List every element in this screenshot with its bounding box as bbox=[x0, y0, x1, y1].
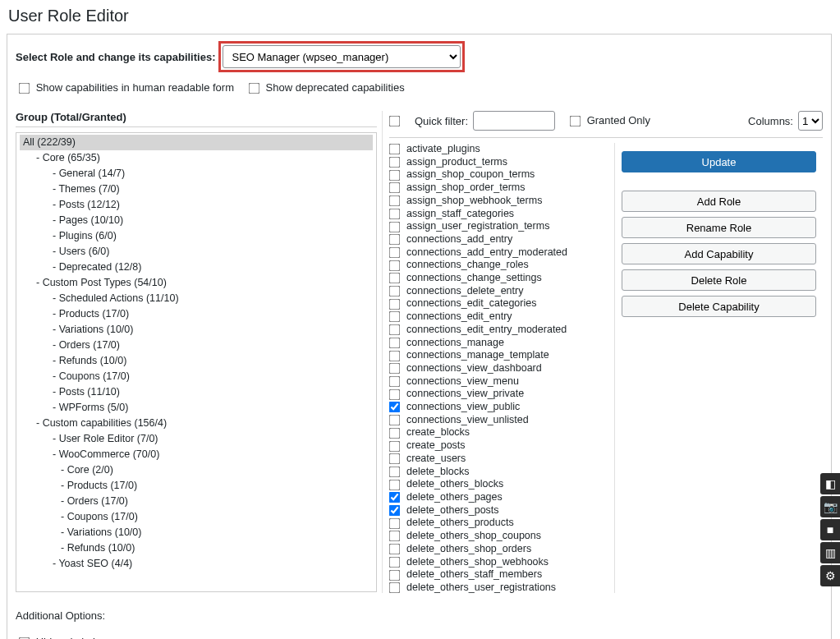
gallery-icon[interactable]: ▥ bbox=[820, 542, 840, 563]
capability-checkbox[interactable] bbox=[389, 479, 400, 490]
tree-item[interactable]: - Themes (7/0) bbox=[20, 182, 373, 197]
capability-label[interactable]: create_blocks bbox=[406, 426, 470, 439]
tree-item[interactable]: - Orders (17/0) bbox=[20, 494, 373, 509]
tree-item[interactable]: - Products (17/0) bbox=[20, 478, 373, 494]
capability-checkbox[interactable] bbox=[389, 557, 400, 568]
capability-label[interactable]: connections_view_private bbox=[406, 388, 524, 401]
capability-checkbox[interactable] bbox=[389, 169, 400, 181]
columns-select[interactable]: 1 bbox=[798, 111, 823, 131]
tree-item[interactable]: - Refunds (10/0) bbox=[20, 353, 373, 369]
tree-item[interactable]: - Variations (10/0) bbox=[20, 322, 373, 338]
capability-label[interactable]: assign_product_terms bbox=[406, 156, 507, 169]
tree-item[interactable]: - WPForms (5/0) bbox=[20, 400, 373, 416]
capability-checkbox[interactable] bbox=[389, 350, 400, 361]
group-tree[interactable]: All (222/39)- Core (65/35)- General (14/… bbox=[16, 132, 377, 592]
capability-checkbox[interactable] bbox=[389, 144, 400, 155]
capability-label[interactable]: delete_others_shop_coupons bbox=[406, 530, 541, 543]
select-all-checkbox[interactable] bbox=[389, 115, 401, 126]
deprecated-checkbox[interactable] bbox=[249, 83, 260, 94]
capability-checkbox[interactable] bbox=[389, 505, 400, 517]
tree-item[interactable]: - User Role Editor (7/0) bbox=[20, 431, 373, 447]
tree-item[interactable]: All (222/39) bbox=[20, 135, 373, 150]
capability-label[interactable]: delete_others_shop_webhooks bbox=[406, 556, 549, 569]
delete-capability-button[interactable]: Delete Capability bbox=[622, 296, 816, 317]
capability-label[interactable]: assign_user_registration_terms bbox=[406, 220, 549, 233]
granted-only-option[interactable]: Granted Only bbox=[567, 113, 650, 129]
add-capability-button[interactable]: Add Capability bbox=[622, 243, 816, 264]
tree-item[interactable]: - Custom Post Types (54/10) bbox=[20, 275, 373, 291]
human-readable-option[interactable]: Show capabilities in human readable form bbox=[16, 80, 234, 96]
tree-item[interactable]: - General (14/7) bbox=[20, 166, 373, 182]
tree-item[interactable]: - Pages (10/10) bbox=[20, 213, 373, 228]
add-role-button[interactable]: Add Role bbox=[622, 191, 816, 212]
capability-checkbox[interactable] bbox=[389, 492, 400, 503]
capability-checkbox[interactable] bbox=[389, 376, 400, 388]
capability-label[interactable]: connections_change_roles bbox=[406, 259, 529, 272]
capability-label[interactable]: delete_others_blocks bbox=[406, 478, 503, 491]
capability-label[interactable]: assign_staff_categories bbox=[406, 208, 514, 221]
rename-role-button[interactable]: Rename Role bbox=[622, 217, 816, 238]
capability-checkbox[interactable] bbox=[389, 531, 400, 542]
capability-checkbox[interactable] bbox=[389, 402, 400, 413]
capability-checkbox[interactable] bbox=[389, 467, 400, 478]
tree-item[interactable]: - Posts (12/12) bbox=[20, 197, 373, 213]
capability-label[interactable]: delete_others_shop_orders bbox=[406, 543, 531, 556]
capability-label[interactable]: create_users bbox=[406, 453, 466, 466]
capability-label[interactable]: delete_others_user_registrations bbox=[406, 582, 556, 593]
capability-checkbox[interactable] bbox=[389, 298, 400, 310]
hide-admin-bar-option[interactable]: Hide admin bar bbox=[16, 636, 108, 639]
tree-item[interactable]: - Users (6/0) bbox=[20, 244, 373, 260]
tree-item[interactable]: - Deprecated (12/8) bbox=[20, 260, 373, 275]
capability-label[interactable]: connections_change_settings bbox=[406, 272, 542, 285]
capability-checkbox[interactable] bbox=[389, 569, 400, 581]
gear-icon[interactable]: ⚙ bbox=[820, 565, 840, 586]
tree-item[interactable]: - Yoast SEO (4/4) bbox=[20, 556, 373, 572]
tree-item[interactable]: - Coupons (17/0) bbox=[20, 509, 373, 525]
tree-item[interactable]: - Custom capabilities (156/4) bbox=[20, 416, 373, 431]
capability-label[interactable]: delete_others_posts bbox=[406, 504, 499, 517]
capability-checkbox[interactable] bbox=[389, 338, 400, 349]
granted-only-checkbox[interactable] bbox=[570, 115, 581, 126]
capability-label[interactable]: assign_shop_webhook_terms bbox=[406, 195, 542, 208]
delete-role-button[interactable]: Delete Role bbox=[622, 269, 816, 291]
capability-label[interactable]: delete_others_products bbox=[406, 517, 514, 530]
capability-label[interactable]: connections_add_entry bbox=[406, 233, 512, 246]
capability-label[interactable]: connections_edit_entry bbox=[406, 310, 512, 324]
tree-item[interactable]: - Scheduled Actions (11/10) bbox=[20, 291, 373, 306]
capability-label[interactable]: connections_manage bbox=[406, 337, 504, 350]
capability-checkbox[interactable] bbox=[389, 388, 400, 400]
update-button[interactable]: Update bbox=[622, 151, 816, 172]
capability-label[interactable]: connections_view_public bbox=[406, 401, 520, 414]
tree-item[interactable]: - Orders (17/0) bbox=[20, 338, 373, 353]
capability-checkbox[interactable] bbox=[389, 209, 400, 220]
capability-label[interactable]: connections_view_dashboard bbox=[406, 362, 542, 375]
side-icon-1[interactable]: ◧ bbox=[820, 473, 840, 494]
capability-checkbox[interactable] bbox=[389, 440, 400, 452]
capability-label[interactable]: activate_plugins bbox=[406, 143, 480, 156]
capability-label[interactable]: delete_others_staff_members bbox=[406, 568, 542, 582]
capability-label[interactable]: connections_view_menu bbox=[406, 375, 519, 388]
capability-checkbox[interactable] bbox=[389, 247, 400, 259]
deprecated-option[interactable]: Show deprecated capabilities bbox=[246, 80, 405, 96]
tree-item[interactable]: - Posts (11/10) bbox=[20, 384, 373, 400]
quick-filter-input[interactable] bbox=[473, 111, 555, 131]
capability-checkbox[interactable] bbox=[389, 363, 400, 375]
capability-label[interactable]: connections_edit_categories bbox=[406, 297, 536, 310]
capability-checkbox[interactable] bbox=[389, 311, 400, 323]
capability-checkbox[interactable] bbox=[389, 260, 400, 271]
capability-label[interactable]: delete_blocks bbox=[406, 466, 469, 479]
capability-label[interactable]: connections_view_unlisted bbox=[406, 414, 529, 427]
capability-checkbox[interactable] bbox=[389, 273, 400, 284]
capability-checkbox[interactable] bbox=[389, 286, 400, 297]
tree-item[interactable]: - Plugins (6/0) bbox=[20, 228, 373, 244]
capability-label[interactable]: connections_manage_template bbox=[406, 349, 549, 362]
capability-label[interactable]: create_posts bbox=[406, 439, 466, 453]
capability-label[interactable]: connections_edit_entry_moderated bbox=[406, 324, 567, 337]
role-select[interactable]: SEO Manager (wpseo_manager) bbox=[223, 45, 461, 68]
capability-checkbox[interactable] bbox=[389, 182, 400, 194]
capability-checkbox[interactable] bbox=[389, 195, 400, 207]
capability-checkbox[interactable] bbox=[389, 427, 400, 439]
capability-checkbox[interactable] bbox=[389, 221, 400, 232]
tree-item[interactable]: - Core (2/0) bbox=[20, 462, 373, 478]
capability-checkbox[interactable] bbox=[389, 415, 400, 426]
